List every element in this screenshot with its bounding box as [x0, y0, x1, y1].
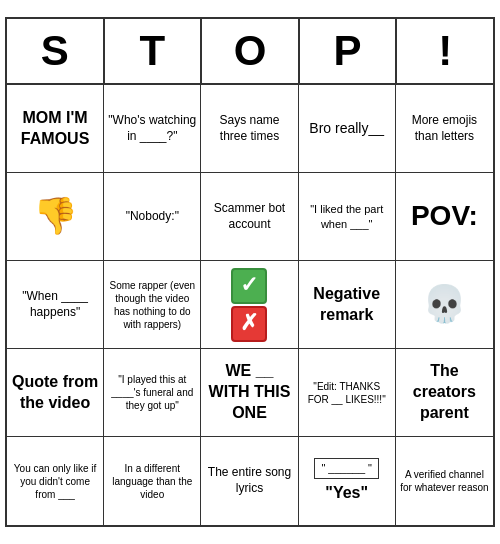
cell-10-text: POV:	[411, 198, 478, 234]
cell-2: "Who's watching in ____?"	[104, 85, 201, 173]
bingo-title: S T O P !	[7, 19, 493, 85]
cell-18: WE __ WITH THIS ONE	[201, 349, 298, 437]
cell-15-skull: 💀	[422, 281, 467, 328]
cell-9-text: "I liked the part when ___"	[303, 202, 391, 231]
cell-13: ✓ ✗	[201, 261, 298, 349]
cell-24-content: " ______ " "Yes"	[314, 458, 379, 503]
cell-14-text: Negative remark	[303, 284, 391, 326]
title-exclaim: !	[397, 19, 493, 83]
cell-13-checkx: ✓ ✗	[231, 268, 267, 342]
cell-11-text: "When ____ happens"	[11, 289, 99, 320]
cell-22: In a different language than the video	[104, 437, 201, 525]
cell-23-text: The entire song lyrics	[205, 465, 293, 496]
cell-2-text: "Who's watching in ____?"	[108, 113, 196, 144]
bingo-grid: MOM I'M FAMOUS "Who's watching in ____?"…	[7, 85, 493, 525]
cell-7: "Nobody:"	[104, 173, 201, 261]
cell-18-text: WE __ WITH THIS ONE	[205, 361, 293, 423]
cell-20-text: The creators parent	[400, 361, 489, 423]
cell-25: A verified channel for whatever reason	[396, 437, 493, 525]
cell-16-text: Quote from the video	[11, 372, 99, 414]
title-s: S	[7, 19, 105, 83]
cell-1: MOM I'M FAMOUS	[7, 85, 104, 173]
cell-8-text: Scammer bot account	[205, 201, 293, 232]
cell-24-yes: "Yes"	[325, 483, 368, 504]
cell-15: 💀	[396, 261, 493, 349]
cell-12-text: Some rapper (even though the video has n…	[108, 279, 196, 331]
cell-6-emoji: 👎	[33, 193, 78, 240]
cell-17-text: "I played this at ____'s funeral and the…	[108, 373, 196, 412]
cell-10: POV:	[396, 173, 493, 261]
cell-12: Some rapper (even though the video has n…	[104, 261, 201, 349]
cell-21-text: You can only like if you didn't come fro…	[11, 462, 99, 501]
checkmark-icon: ✓	[231, 268, 267, 304]
cell-20: The creators parent	[396, 349, 493, 437]
cell-25-text: A verified channel for whatever reason	[400, 468, 489, 494]
cell-6: 👎	[7, 173, 104, 261]
cell-11: "When ____ happens"	[7, 261, 104, 349]
cell-4-text: Bro really__	[309, 119, 384, 137]
cell-24-quote: " ______ "	[314, 458, 379, 478]
cell-17: "I played this at ____'s funeral and the…	[104, 349, 201, 437]
cell-21: You can only like if you didn't come fro…	[7, 437, 104, 525]
cell-9: "I liked the part when ___"	[299, 173, 396, 261]
cell-3-text: Says name three times	[205, 113, 293, 144]
cell-7-text: "Nobody:"	[126, 209, 179, 225]
bingo-card: S T O P ! MOM I'M FAMOUS "Who's watching…	[5, 17, 495, 527]
cell-5: More emojis than letters	[396, 85, 493, 173]
title-o: O	[202, 19, 300, 83]
cell-1-text: MOM I'M FAMOUS	[11, 108, 99, 150]
cell-24: " ______ " "Yes"	[299, 437, 396, 525]
cell-16: Quote from the video	[7, 349, 104, 437]
title-p: P	[300, 19, 398, 83]
cell-3: Says name three times	[201, 85, 298, 173]
cell-22-text: In a different language than the video	[108, 462, 196, 501]
cell-4: Bro really__	[299, 85, 396, 173]
cell-14: Negative remark	[299, 261, 396, 349]
cell-19-text: "Edit: THANKS FOR __ LIKES!!!"	[303, 380, 391, 406]
x-icon: ✗	[231, 306, 267, 342]
cell-19: "Edit: THANKS FOR __ LIKES!!!"	[299, 349, 396, 437]
cell-5-text: More emojis than letters	[400, 113, 489, 144]
title-t: T	[105, 19, 203, 83]
cell-8: Scammer bot account	[201, 173, 298, 261]
cell-23: The entire song lyrics	[201, 437, 298, 525]
